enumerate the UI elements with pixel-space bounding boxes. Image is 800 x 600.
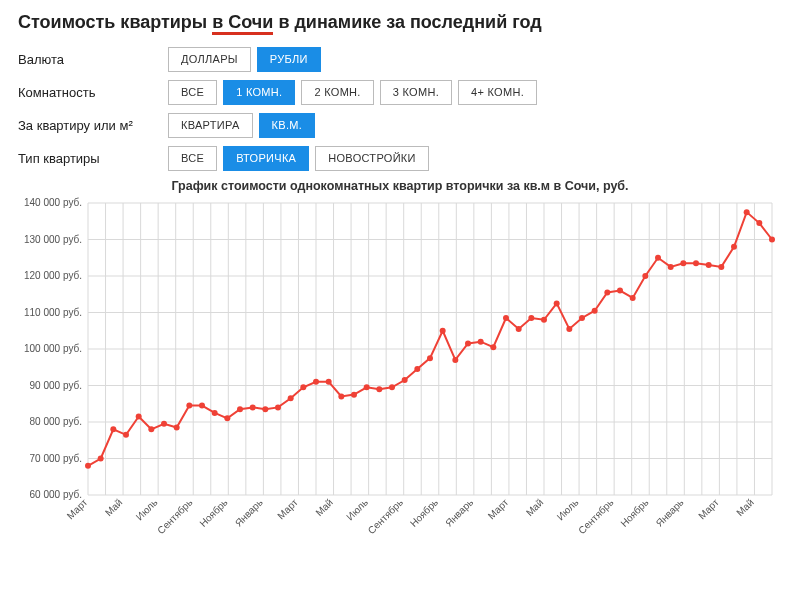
y-tick-label: 120 000 руб. bbox=[24, 270, 82, 281]
x-tick-label: Январь bbox=[443, 497, 475, 529]
data-point bbox=[376, 386, 382, 392]
data-point bbox=[262, 406, 268, 412]
x-tick-label: Май bbox=[734, 497, 756, 519]
data-point bbox=[199, 403, 205, 409]
data-point bbox=[617, 288, 623, 294]
filter-label: За квартиру или м² bbox=[18, 118, 168, 133]
unit-option[interactable]: КВАРТИРА bbox=[168, 113, 253, 138]
type-option[interactable]: НОВОСТРОЙКИ bbox=[315, 146, 429, 171]
y-tick-label: 110 000 руб. bbox=[24, 307, 82, 318]
data-point bbox=[414, 366, 420, 372]
x-tick-label: Январь bbox=[233, 497, 265, 529]
title-pre: Стоимость квартиры bbox=[18, 12, 212, 32]
data-point bbox=[490, 344, 496, 350]
data-point bbox=[693, 260, 699, 266]
x-tick-label: Июль bbox=[344, 497, 370, 523]
rooms-option[interactable]: 1 КОМН. bbox=[223, 80, 295, 105]
data-point bbox=[402, 377, 408, 383]
filter-row-unit: За квартиру или м² КВАРТИРАКВ.М. bbox=[18, 113, 782, 138]
data-point bbox=[338, 393, 344, 399]
data-point bbox=[313, 379, 319, 385]
data-point bbox=[212, 410, 218, 416]
data-point bbox=[642, 273, 648, 279]
x-tick-label: Январь bbox=[654, 497, 686, 529]
type-option[interactable]: ВТОРИЧКА bbox=[223, 146, 309, 171]
x-tick-label: Июль bbox=[134, 497, 160, 523]
data-point bbox=[174, 424, 180, 430]
y-tick-label: 100 000 руб. bbox=[24, 343, 82, 354]
type-option[interactable]: ВСЕ bbox=[168, 146, 217, 171]
filter-row-currency: Валюта ДОЛЛАРЫРУБЛИ bbox=[18, 47, 782, 72]
filter-label: Валюта bbox=[18, 52, 168, 67]
data-point bbox=[98, 456, 104, 462]
rooms-option[interactable]: ВСЕ bbox=[168, 80, 217, 105]
data-point bbox=[351, 392, 357, 398]
x-tick-label: Сентябрь bbox=[366, 497, 405, 536]
rooms-option[interactable]: 4+ КОМН. bbox=[458, 80, 537, 105]
price-chart: 60 000 руб.70 000 руб.80 000 руб.90 000 … bbox=[18, 195, 782, 555]
data-point bbox=[85, 463, 91, 469]
data-point bbox=[389, 384, 395, 390]
page-title: Стоимость квартиры в Сочи в динамике за … bbox=[18, 12, 782, 33]
data-point bbox=[541, 317, 547, 323]
data-point bbox=[364, 384, 370, 390]
data-point bbox=[503, 315, 509, 321]
x-tick-label: Март bbox=[275, 496, 300, 521]
currency-group: ДОЛЛАРЫРУБЛИ bbox=[168, 47, 321, 72]
type-group: ВСЕВТОРИЧКАНОВОСТРОЙКИ bbox=[168, 146, 429, 171]
x-tick-label: Июль bbox=[555, 497, 581, 523]
currency-option[interactable]: РУБЛИ bbox=[257, 47, 321, 72]
data-point bbox=[452, 357, 458, 363]
data-point bbox=[680, 260, 686, 266]
data-point bbox=[186, 403, 192, 409]
data-point bbox=[300, 384, 306, 390]
unit-option[interactable]: КВ.М. bbox=[259, 113, 316, 138]
data-point bbox=[706, 262, 712, 268]
x-tick-label: Март bbox=[65, 496, 90, 521]
data-point bbox=[744, 209, 750, 215]
y-tick-label: 60 000 руб. bbox=[30, 489, 82, 500]
rooms-group: ВСЕ1 КОМН.2 КОМН.3 КОМН.4+ КОМН. bbox=[168, 80, 537, 105]
y-tick-label: 70 000 руб. bbox=[30, 453, 82, 464]
unit-group: КВАРТИРАКВ.М. bbox=[168, 113, 315, 138]
data-point bbox=[604, 289, 610, 295]
title-post: в динамике за последний год bbox=[273, 12, 541, 32]
data-point bbox=[516, 326, 522, 332]
x-tick-label: Сентябрь bbox=[576, 497, 615, 536]
x-tick-label: Ноябрь bbox=[197, 497, 229, 529]
x-tick-label: Май bbox=[103, 497, 125, 519]
data-point bbox=[554, 300, 560, 306]
y-tick-label: 80 000 руб. bbox=[30, 416, 82, 427]
rooms-option[interactable]: 3 КОМН. bbox=[380, 80, 452, 105]
data-point bbox=[731, 244, 737, 250]
data-point bbox=[478, 339, 484, 345]
currency-option[interactable]: ДОЛЛАРЫ bbox=[168, 47, 251, 72]
x-tick-label: Март bbox=[696, 496, 721, 521]
data-point bbox=[224, 415, 230, 421]
data-point bbox=[592, 308, 598, 314]
chart-svg: 60 000 руб.70 000 руб.80 000 руб.90 000 … bbox=[18, 195, 782, 555]
data-point bbox=[528, 315, 534, 321]
x-tick-label: Май bbox=[524, 497, 546, 519]
data-point bbox=[769, 237, 775, 243]
data-point bbox=[427, 355, 433, 361]
rooms-option[interactable]: 2 КОМН. bbox=[301, 80, 373, 105]
y-tick-label: 140 000 руб. bbox=[24, 197, 82, 208]
data-point bbox=[288, 395, 294, 401]
data-point bbox=[161, 421, 167, 427]
data-point bbox=[655, 255, 661, 261]
filter-label: Комнатность bbox=[18, 85, 168, 100]
x-tick-label: Май bbox=[313, 497, 335, 519]
data-point bbox=[123, 432, 129, 438]
x-tick-label: Март bbox=[486, 496, 511, 521]
data-point bbox=[110, 426, 116, 432]
data-point bbox=[440, 328, 446, 334]
filter-label: Тип квартиры bbox=[18, 151, 168, 166]
data-point bbox=[326, 379, 332, 385]
data-point bbox=[566, 326, 572, 332]
y-tick-label: 90 000 руб. bbox=[30, 380, 82, 391]
filter-row-rooms: Комнатность ВСЕ1 КОМН.2 КОМН.3 КОМН.4+ К… bbox=[18, 80, 782, 105]
x-tick-label: Ноябрь bbox=[408, 497, 440, 529]
data-point bbox=[250, 404, 256, 410]
data-point bbox=[668, 264, 674, 270]
